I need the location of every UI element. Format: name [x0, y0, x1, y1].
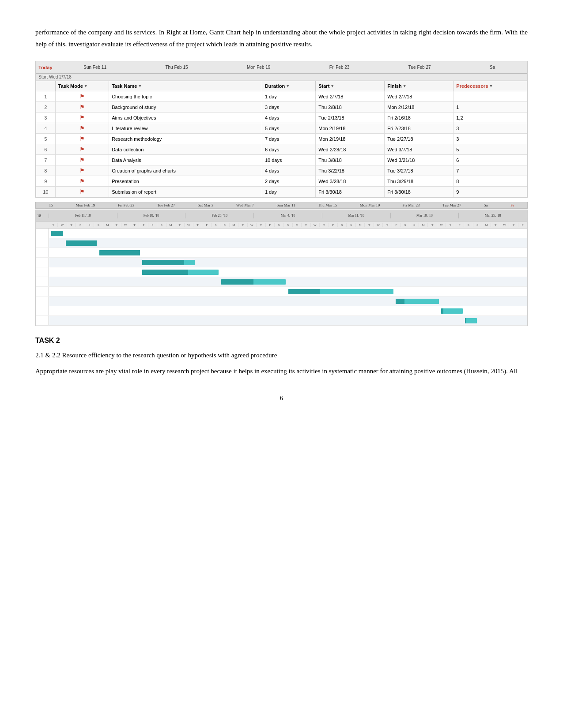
- task-mode-icon: ⚑: [79, 104, 85, 110]
- predecessors-dropdown-icon[interactable]: ▼: [489, 84, 493, 88]
- finish-cell: Tue 2/27/18: [385, 134, 453, 144]
- gantt-bar-area: [49, 316, 527, 325]
- start-cell: Wed 3/28/18: [316, 176, 385, 187]
- task-mode-icon: ⚑: [79, 125, 85, 131]
- header-date-3: Mon Feb 19: [247, 65, 270, 70]
- gantt-bar-complete: [396, 299, 404, 304]
- gantt-bar-row: [36, 277, 527, 287]
- predecessors-label: Predecessors: [456, 83, 488, 89]
- duration-cell: 6 days: [262, 144, 315, 155]
- day-letter-cell: S: [338, 223, 347, 227]
- task-mode-cell: ⚑: [55, 102, 109, 113]
- gantt-bar-row: [36, 287, 527, 296]
- header-date-4: Fri Feb 23: [329, 65, 350, 70]
- col-task-name-header[interactable]: Task Name ▼: [109, 81, 262, 91]
- gantt-bar: [66, 240, 97, 246]
- col-num: [36, 81, 56, 91]
- timeline-row-1: 15 Mon Feb 19 Fri Feb 23 Tue Feb 27 Sat …: [38, 203, 525, 207]
- day-letter-cell: M: [293, 223, 302, 227]
- day-letter-cell: T: [112, 223, 121, 227]
- duration-dropdown-icon[interactable]: ▼: [286, 84, 290, 88]
- tl-2: Mon Feb 19: [76, 203, 95, 207]
- finish-cell: Wed 3/21/18: [385, 155, 453, 165]
- table-row: 5 ⚑ Research methodology 7 days Mon 2/19…: [36, 134, 527, 144]
- finish-cell: Mon 2/12/18: [385, 102, 453, 113]
- start-dropdown-icon[interactable]: ▼: [330, 84, 334, 88]
- gantt-bar-row: [36, 267, 527, 277]
- duration-cell: 10 days: [262, 155, 315, 165]
- table-row: 8 ⚑ Creation of graphs and charts 4 days…: [36, 165, 527, 176]
- tl-9: Mon Mar 19: [360, 203, 380, 207]
- col-task-mode-header[interactable]: Task Mode ▼: [55, 81, 109, 91]
- start-cell: Thu 2/8/18: [316, 102, 385, 113]
- day-letter-cell: S: [212, 223, 220, 227]
- tl-3: Fri Feb 23: [118, 203, 135, 207]
- day-letter-cell: S: [94, 223, 103, 227]
- day-letter-cell: M: [419, 223, 428, 227]
- day-letter-cell: S: [220, 223, 229, 227]
- row-num: 2: [36, 102, 56, 113]
- task-mode-label: Task Mode: [58, 83, 83, 89]
- gantt-chart-days: TWTFSSMTWTFSSMTWTFSSMTWTFSSMTWTFSSMTWTFS…: [36, 221, 527, 229]
- day-letter-cell: W: [58, 223, 67, 227]
- start-cell: Wed 2/28/18: [316, 144, 385, 155]
- task-mode-icon: ⚑: [79, 146, 85, 153]
- gantt-header-dates: Sun Feb 11 Thu Feb 15 Mon Feb 19 Fri Feb…: [54, 65, 525, 70]
- col-start-header[interactable]: Start ▼: [316, 81, 385, 91]
- gantt-chart-header-left: 18: [36, 214, 49, 218]
- predecessors-cell: 7: [453, 165, 527, 176]
- row-num: 3: [36, 113, 56, 123]
- day-letter-cell: S: [347, 223, 355, 227]
- finish-dropdown-icon[interactable]: ▼: [403, 84, 407, 88]
- start-cell: Wed 2/7/18: [316, 91, 385, 102]
- task-name-dropdown-icon[interactable]: ▼: [138, 84, 142, 88]
- row-num: 6: [36, 144, 56, 155]
- task-mode-cell: ⚑: [55, 123, 109, 134]
- task-mode-icon: ⚑: [79, 135, 85, 142]
- gch-4: Mar 4, '18: [254, 213, 322, 218]
- duration-cell: 1 day: [262, 187, 315, 197]
- day-letter-cell: T: [365, 223, 374, 227]
- day-letter-cell: W: [437, 223, 446, 227]
- task-name-label: Task Name: [112, 83, 137, 89]
- task-name-cell: Aims and Objectives: [109, 113, 262, 123]
- gantt-bar-complete: [221, 279, 253, 285]
- row-num: 1: [36, 91, 56, 102]
- day-letter-cell: F: [76, 223, 85, 227]
- gantt-bar-left-cell: [36, 277, 49, 286]
- start-cell: Mon 2/19/18: [316, 134, 385, 144]
- gantt-bar-complete: [66, 240, 97, 246]
- gantt-bar-complete: [142, 260, 184, 265]
- col-duration-header[interactable]: Duration ▼: [262, 81, 315, 91]
- day-letter-cell: F: [139, 223, 148, 227]
- timeline-lower-dates: 15 Mon Feb 19 Fri Feb 23 Tue Feb 27 Sat …: [35, 202, 528, 209]
- finish-cell: Fri 2/16/18: [385, 113, 453, 123]
- day-letter-cell: M: [103, 223, 112, 227]
- table-header-row: Task Mode ▼ Task Name ▼ Duration ▼: [36, 81, 527, 91]
- predecessors-cell: 6: [453, 155, 527, 165]
- task-name-cell: Background of study: [109, 102, 262, 113]
- day-letter-cell: S: [473, 223, 482, 227]
- start-col-label: Start: [318, 83, 329, 89]
- task-mode-icon: ⚑: [79, 114, 85, 121]
- task-mode-dropdown-icon[interactable]: ▼: [84, 84, 88, 88]
- tl-8: Thu Mar 15: [318, 203, 337, 207]
- gantt-bar-row: [36, 229, 527, 238]
- row-num: 8: [36, 165, 56, 176]
- finish-label: Finish: [387, 83, 401, 89]
- gantt-bar-row: [36, 248, 527, 258]
- gantt-bar: [51, 231, 63, 236]
- task-mode-icon: ⚑: [79, 178, 85, 184]
- day-letter-cell: S: [148, 223, 157, 227]
- col-finish-header[interactable]: Finish ▼: [385, 81, 453, 91]
- gantt-bar-row: [36, 238, 527, 248]
- gantt-bar-area: [49, 258, 527, 267]
- day-letter-cell: M: [482, 223, 491, 227]
- row-num: 4: [36, 123, 56, 134]
- day-letter-cell: F: [329, 223, 338, 227]
- col-predecessors-header[interactable]: Predecessors ▼: [453, 81, 527, 91]
- task-name-cell: Research methodology: [109, 134, 262, 144]
- task-mode-cell: ⚑: [55, 144, 109, 155]
- task-name-cell: Literature review: [109, 123, 262, 134]
- gantt-bar-left-cell: [36, 229, 49, 238]
